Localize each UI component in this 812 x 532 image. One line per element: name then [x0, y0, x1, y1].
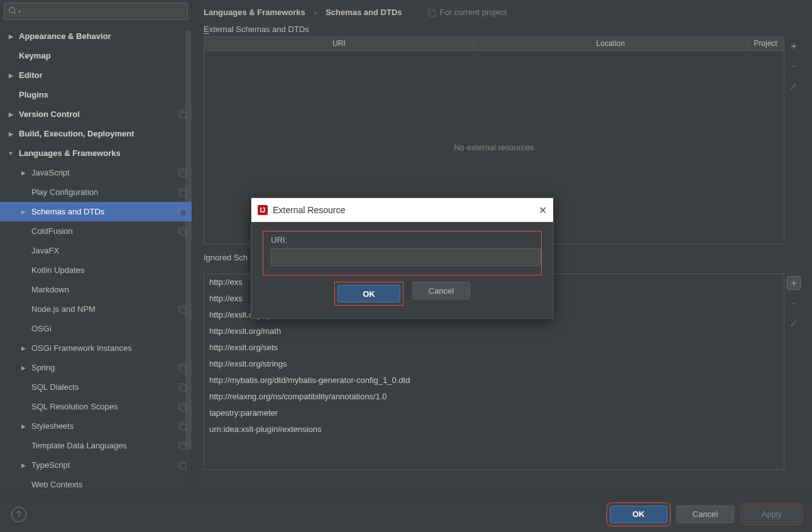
sidebar-item-label: Keymap — [19, 51, 187, 60]
sidebar-item-label: Build, Execution, Deployment — [19, 129, 187, 138]
list-item[interactable]: http://exslt.org/sets — [204, 340, 784, 356]
ignored-toolbar: ＋ － — [784, 274, 803, 470]
svg-rect-11 — [180, 230, 186, 235]
remove-button[interactable]: － — [787, 296, 801, 310]
project-scope-icon — [427, 8, 436, 17]
column-location[interactable]: Location — [475, 37, 747, 50]
sidebar-item-label: Template Data Languages — [31, 441, 178, 450]
uri-label: URI: — [271, 235, 534, 245]
list-item[interactable]: tapestry:parameter — [204, 405, 784, 421]
column-project[interactable]: Project — [747, 37, 784, 50]
chevron-right-icon: › — [314, 8, 317, 17]
close-icon[interactable]: ✕ — [539, 204, 547, 216]
svg-rect-3 — [180, 113, 186, 118]
project-scope-icon — [178, 169, 187, 177]
sidebar-item-label: JavaScript — [31, 168, 178, 177]
sidebar-item-sql-resolution-scopes[interactable]: ▶SQL Resolution Scopes — [0, 397, 192, 416]
sidebar-item-spring[interactable]: ▶Spring — [0, 358, 192, 377]
sidebar-item-javafx[interactable]: ▶JavaFX — [0, 241, 192, 260]
sidebar-item-label: TypeScript — [31, 460, 178, 470]
sidebar-item-schemas-and-dtds[interactable]: ▶Schemas and DTDs — [0, 202, 192, 221]
apply-button[interactable]: Apply — [743, 506, 801, 523]
list-item[interactable]: http://mybatis.org/dtd/mybatis-generator… — [204, 372, 784, 389]
sidebar-item-languages-frameworks[interactable]: ▼Languages & Frameworks — [0, 143, 192, 163]
edit-button[interactable] — [787, 316, 801, 330]
svg-rect-13 — [180, 308, 186, 313]
dialog-ok-button[interactable]: OK — [337, 285, 400, 302]
chevron-right-icon: ▶ — [20, 170, 26, 176]
chevron-right-icon: ▶ — [20, 365, 26, 371]
sidebar-item-label: Editor — [19, 70, 187, 80]
list-item[interactable]: http://relaxng.org/ns/compatibility/anno… — [204, 389, 784, 405]
sidebar-item-play-configuration[interactable]: ▶Play Configuration — [0, 182, 192, 202]
dialog-title-text: External Resource — [273, 205, 345, 215]
remove-button[interactable]: － — [787, 59, 801, 73]
sidebar-item-label: SQL Resolution Scopes — [31, 402, 178, 411]
sidebar-item-label: Spring — [31, 363, 178, 372]
cancel-button[interactable]: Cancel — [676, 506, 734, 523]
project-scope-icon — [178, 461, 187, 470]
ok-button[interactable]: OK — [610, 506, 667, 523]
sidebar-item-javascript[interactable]: ▶JavaScript — [0, 163, 192, 182]
svg-line-1 — [14, 12, 16, 14]
svg-rect-7 — [180, 191, 186, 196]
svg-rect-17 — [180, 385, 186, 391]
sidebar-item-label: Appearance & Behavior — [19, 31, 187, 41]
sidebar-item-osgi-framework-instances[interactable]: ▶OSGi Framework Instances — [0, 338, 192, 358]
sidebar-item-keymap[interactable]: ▶Keymap — [0, 46, 192, 65]
sidebar-item-markdown[interactable]: ▶Markdown — [0, 280, 192, 299]
help-button[interactable]: ? — [11, 507, 26, 522]
edit-button[interactable] — [787, 79, 801, 93]
sidebar-item-coldfusion[interactable]: ▶ColdFusion — [0, 221, 192, 241]
svg-rect-25 — [180, 463, 186, 469]
project-scope-icon — [178, 227, 187, 236]
sidebar-item-kotlin-updates[interactable]: ▶Kotlin Updates — [0, 260, 192, 280]
sidebar-item-label: Markdown — [31, 285, 187, 294]
list-item[interactable]: http://exslt.org/math — [204, 323, 784, 340]
list-item[interactable]: urn:idea:xslt-plugin#extensions — [204, 421, 784, 438]
sidebar-item-template-data-languages[interactable]: ▶Template Data Languages — [0, 436, 192, 455]
chevron-right-icon: ▶ — [20, 462, 26, 468]
sidebar-item-build-execution-deployment[interactable]: ▶Build, Execution, Deployment — [0, 124, 192, 143]
sidebar-item-version-control[interactable]: ▶Version Control — [0, 104, 192, 124]
uri-input[interactable] — [271, 248, 541, 266]
dialog-cancel-button[interactable]: Cancel — [412, 282, 470, 299]
chevron-right-icon: ▶ — [20, 423, 26, 429]
project-scope-icon — [178, 363, 187, 372]
chevron-right-icon: ▶ — [8, 131, 14, 137]
dialog-titlebar[interactable]: IJ External Resource ✕ — [251, 198, 553, 222]
sidebar-item-plugins[interactable]: ▶Plugins — [0, 85, 192, 104]
sidebar-item-stylesheets[interactable]: ▶Stylesheets — [0, 416, 192, 436]
sidebar-item-typescript[interactable]: ▶TypeScript — [0, 455, 192, 475]
sidebar-item-editor[interactable]: ▶Editor — [0, 65, 192, 85]
sidebar-item-appearance-behavior[interactable]: ▶Appearance & Behavior — [0, 26, 192, 46]
sidebar-item-label: Play Configuration — [31, 187, 178, 197]
sidebar-item-label: Plugins — [19, 90, 187, 99]
add-button[interactable]: ＋ — [787, 276, 801, 290]
list-item[interactable]: http://exslt.org/strings — [204, 356, 784, 372]
column-uri[interactable]: URI — [204, 37, 475, 50]
uri-field-group: URI: — [263, 231, 542, 275]
svg-rect-15 — [180, 366, 186, 372]
chevron-right-icon: ▶ — [8, 72, 14, 79]
sidebar-item-label: SQL Dialects — [31, 382, 178, 392]
sidebar-item-label: OSGi — [31, 324, 187, 333]
sidebar-item-label: Version Control — [19, 109, 178, 119]
sidebar-item-sql-dialects[interactable]: ▶SQL Dialects — [0, 377, 192, 397]
breadcrumb-part: Schemas and DTDs — [326, 8, 402, 17]
svg-rect-27 — [430, 11, 436, 16]
search-input[interactable]: ▾ — [4, 3, 188, 20]
chevron-right-icon: ▶ — [20, 345, 26, 352]
chevron-right-icon: ▶ — [20, 209, 26, 215]
svg-rect-23 — [180, 444, 186, 450]
breadcrumb-part: Languages & Frameworks — [204, 8, 305, 17]
chevron-down-icon: ▼ — [8, 150, 14, 157]
svg-rect-9 — [180, 210, 186, 216]
dialog-ok-highlight: OK — [334, 282, 403, 306]
sidebar-item-node-js-and-npm[interactable]: ▶Node.js and NPM — [0, 299, 192, 319]
sidebar-item-web-contexts[interactable]: ▶Web Contexts — [0, 475, 192, 494]
add-button[interactable]: ＋ — [787, 39, 801, 53]
sidebar-item-osgi[interactable]: ▶OSGi — [0, 319, 192, 338]
sidebar-item-label: Node.js and NPM — [31, 304, 178, 314]
project-scope-icon — [178, 383, 187, 392]
